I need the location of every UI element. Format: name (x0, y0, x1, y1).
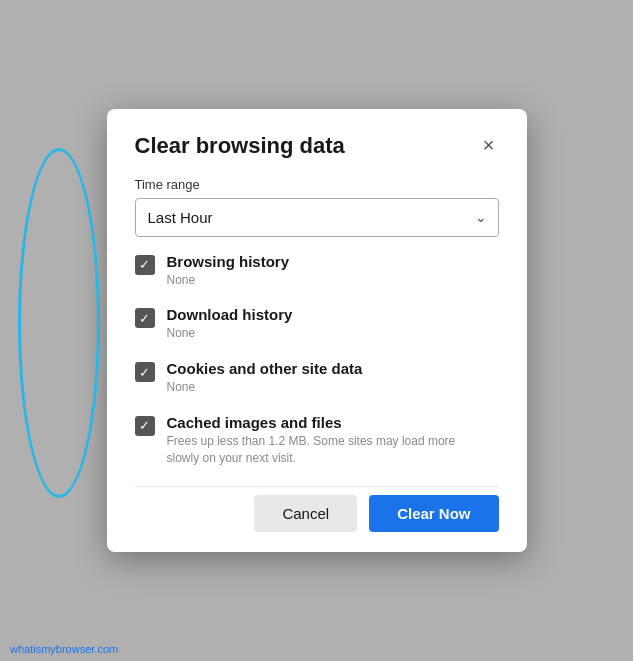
modal-title: Clear browsing data (135, 133, 345, 159)
check-icon: ✓ (139, 312, 150, 325)
time-range-select-wrapper: Last Hour Last 24 hours Last 7 days Last… (135, 198, 499, 237)
cancel-button[interactable]: Cancel (254, 495, 357, 532)
time-range-select[interactable]: Last Hour Last 24 hours Last 7 days Last… (135, 198, 499, 237)
cookies-desc: None (167, 379, 363, 396)
cached-images-content: Cached images and files Frees up less th… (167, 414, 491, 467)
download-history-checkbox[interactable]: ✓ (135, 308, 155, 328)
cached-images-desc: Frees up less than 1.2 MB. Some sites ma… (167, 433, 491, 467)
browsing-history-checkbox[interactable]: ✓ (135, 255, 155, 275)
check-icon: ✓ (139, 419, 150, 432)
cached-images-label: Cached images and files (167, 414, 491, 431)
browsing-history-item: ✓ Browsing history None (135, 253, 491, 289)
check-icon: ✓ (139, 258, 150, 271)
cookies-checkbox[interactable]: ✓ (135, 362, 155, 382)
cached-images-checkbox-wrapper[interactable]: ✓ (135, 416, 155, 436)
download-history-desc: None (167, 325, 293, 342)
modal-header: Clear browsing data × (135, 133, 499, 159)
clear-now-button[interactable]: Clear Now (369, 495, 498, 532)
watermark: whatismybrowser.com (10, 643, 118, 655)
close-button[interactable]: × (479, 133, 499, 157)
time-range-label: Time range (135, 177, 499, 192)
browsing-history-content: Browsing history None (167, 253, 290, 289)
checkboxes-scroll-area: ✓ Browsing history None ✓ (135, 253, 499, 471)
modal-footer: Cancel Clear Now (135, 486, 499, 532)
annotation-circle (18, 148, 100, 498)
cached-images-checkbox[interactable]: ✓ (135, 416, 155, 436)
browsing-history-checkbox-wrapper[interactable]: ✓ (135, 255, 155, 275)
check-icon: ✓ (139, 366, 150, 379)
clear-browsing-data-dialog: Clear browsing data × Time range Last Ho… (107, 109, 527, 553)
checkboxes-list: ✓ Browsing history None ✓ (135, 253, 499, 467)
cached-images-item: ✓ Cached images and files Frees up less … (135, 414, 491, 467)
download-history-content: Download history None (167, 306, 293, 342)
cookies-item: ✓ Cookies and other site data None (135, 360, 491, 396)
download-history-item: ✓ Download history None (135, 306, 491, 342)
browsing-history-desc: None (167, 272, 290, 289)
download-history-label: Download history (167, 306, 293, 323)
cookies-checkbox-wrapper[interactable]: ✓ (135, 362, 155, 382)
cookies-label: Cookies and other site data (167, 360, 363, 377)
download-history-checkbox-wrapper[interactable]: ✓ (135, 308, 155, 328)
cookies-content: Cookies and other site data None (167, 360, 363, 396)
browsing-history-label: Browsing history (167, 253, 290, 270)
